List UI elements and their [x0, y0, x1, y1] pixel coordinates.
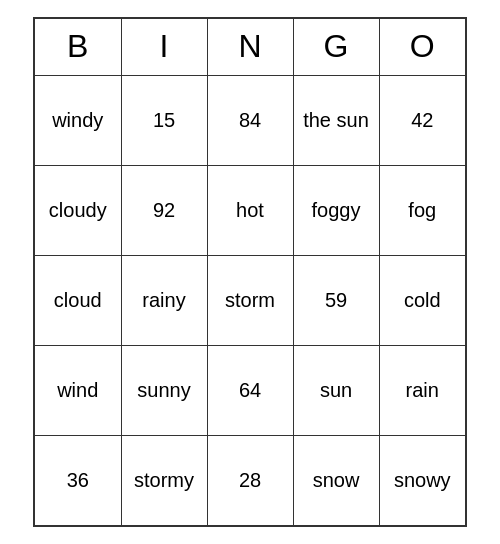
cell-r2-c3: 59 — [293, 255, 379, 345]
cell-r1-c3: foggy — [293, 165, 379, 255]
cell-r2-c0: cloud — [35, 255, 121, 345]
cell-r4-c3: snow — [293, 435, 379, 525]
cell-r2-c4: cold — [379, 255, 465, 345]
cell-r4-c2: 28 — [207, 435, 293, 525]
cell-r3-c1: sunny — [121, 345, 207, 435]
cell-r2-c1: rainy — [121, 255, 207, 345]
cell-r1-c0: cloudy — [35, 165, 121, 255]
cell-r3-c0: wind — [35, 345, 121, 435]
cell-r3-c2: 64 — [207, 345, 293, 435]
table-row: cloudrainystorm59cold — [35, 255, 465, 345]
cell-r1-c2: hot — [207, 165, 293, 255]
cell-r4-c4: snowy — [379, 435, 465, 525]
cell-r4-c1: stormy — [121, 435, 207, 525]
table-row: cloudy92hotfoggyfog — [35, 165, 465, 255]
cell-r0-c3: the sun — [293, 75, 379, 165]
cell-r4-c0: 36 — [35, 435, 121, 525]
table-row: windsunny64sunrain — [35, 345, 465, 435]
bingo-header-i: I — [121, 19, 207, 75]
cell-r0-c0: windy — [35, 75, 121, 165]
cell-r3-c3: sun — [293, 345, 379, 435]
cell-r0-c1: 15 — [121, 75, 207, 165]
bingo-header-n: N — [207, 19, 293, 75]
cell-r0-c2: 84 — [207, 75, 293, 165]
bingo-header-b: B — [35, 19, 121, 75]
bingo-card: BINGO windy1584the sun42cloudy92hotfoggy… — [33, 17, 467, 527]
bingo-header-g: G — [293, 19, 379, 75]
table-row: windy1584the sun42 — [35, 75, 465, 165]
cell-r1-c4: fog — [379, 165, 465, 255]
cell-r3-c4: rain — [379, 345, 465, 435]
cell-r2-c2: storm — [207, 255, 293, 345]
cell-r1-c1: 92 — [121, 165, 207, 255]
bingo-header-o: O — [379, 19, 465, 75]
table-row: 36stormy28snowsnowy — [35, 435, 465, 525]
cell-r0-c4: 42 — [379, 75, 465, 165]
